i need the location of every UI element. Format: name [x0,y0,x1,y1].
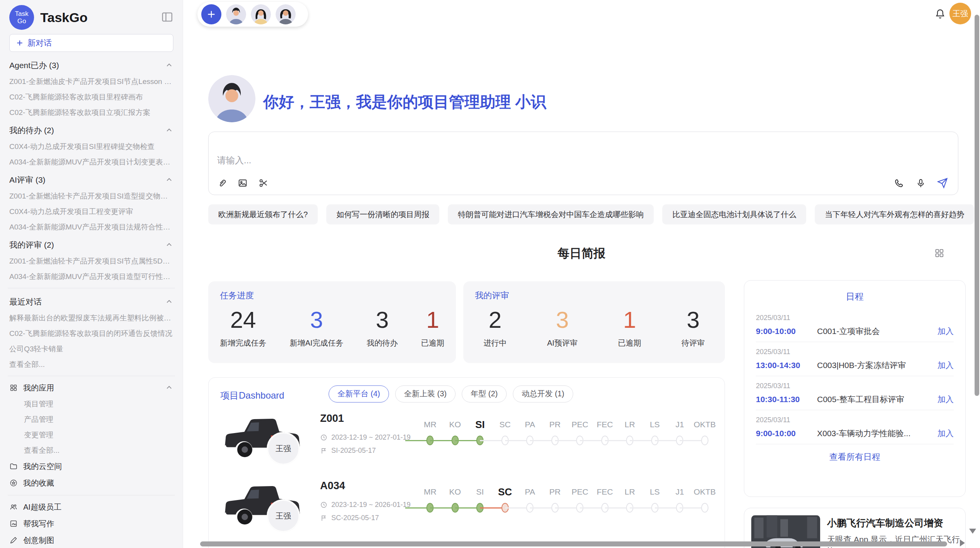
tab-powertrain[interactable]: 动总开发 (1) [513,385,573,402]
divider [8,376,175,376]
project-row[interactable]: 王强 A034 2023-12-19 ~ 2026-01-19 SC-2025-… [209,476,725,543]
microphone-icon[interactable] [915,178,926,188]
clock-icon [320,434,327,441]
event-date: 2025/03/11 [756,382,954,390]
chevron-up-icon[interactable] [165,384,173,392]
stat-in-progress: 2 进行中 [483,307,507,348]
daily-briefing-title: 每日简报 [183,245,980,262]
sidebar-item-write-helper[interactable]: 帮我写作 [9,519,173,529]
project-dates: 2023-12-19 ~ 2027-01-19 [320,433,411,442]
chevron-up-icon[interactable] [165,298,173,306]
notification-bell-icon[interactable] [934,8,946,20]
sidebar-item-ai-employee[interactable]: AI超级员工 [9,502,173,512]
suggestion-chip[interactable]: 如何写一份清晰的项目周报 [326,204,439,224]
section-my-review[interactable]: 我的评审 (2) [9,240,173,250]
section-agent-done[interactable]: Agent已办 (3) [9,60,173,70]
join-link[interactable]: 加入 [937,326,954,337]
view-all-schedule-link[interactable]: 查看所有日程 [756,444,954,463]
image-icon[interactable] [237,178,248,188]
join-link[interactable]: 加入 [937,394,954,405]
input-send-tools [894,178,948,188]
milestone-FEC: FEC [593,485,618,516]
phone-icon[interactable] [894,178,905,188]
new-chat-label: 新对话 [27,38,52,48]
schedule-card: 日程 2025/03/11 9:00-10:00 C001-立项审批会 加入 2… [744,280,966,497]
chevron-up-icon[interactable] [165,241,173,249]
vertical-scrollbar[interactable] [975,15,979,396]
sidebar-item-cloud-space[interactable]: 我的云空间 [9,461,173,471]
view-all-apps[interactable]: 查看全部... [9,445,173,455]
send-icon[interactable] [937,178,948,188]
assistant-avatar [208,75,255,122]
join-link[interactable]: 加入 [937,360,954,371]
agent-avatar-bar [197,2,308,27]
sidebar-item-favorites[interactable]: 我的收藏 [9,478,173,488]
sidebar-item[interactable]: C0X4-动力总成开发项目工程变更评审 [9,207,173,216]
agent-avatar-3[interactable] [276,4,296,24]
suggestion-chip[interactable]: 当下年轻人对汽车外观有怎样的喜好趋势 [815,204,974,224]
owner-avatar: 王强 [267,432,300,465]
schedule-event: 2025/03/11 9:00-10:00 X003-车辆动力学性能验... 加… [756,410,954,444]
horizontal-scrollbar[interactable] [200,541,947,546]
divider [8,288,175,288]
project-row[interactable]: 王强 Z001 2023-12-19 ~ 2027-01-19 SI-2025-… [209,409,725,476]
scroll-right-arrow[interactable] [960,539,965,546]
chevron-up-icon[interactable] [165,126,173,135]
sidebar-item[interactable]: Z001-全新燃油皮卡产品开发项目SI节点Lesson Learn报告 [9,77,173,86]
sidebar-item[interactable]: C02-飞腾新能源轻客改款项目立项汇报方案 [9,108,173,117]
sidebar-item[interactable]: C02-飞腾新能源轻客改款项目的闭环通告反馈情况 [9,329,173,338]
suggestion-chip[interactable]: 欧洲新规最近颁布了什么? [208,204,318,224]
sidebar-item[interactable]: C0X4-动力总成开发项目SI里程碑提交物检查 [9,142,173,151]
new-chat-button[interactable]: 新对话 [9,34,173,52]
chat-input[interactable]: 请输入... [208,132,958,195]
sidebar-item[interactable]: 解释最新出台的欧盟报废车法规再生塑料比例被调至15%... [9,313,173,322]
agent-avatar-2[interactable] [251,4,271,24]
layout-grid-icon[interactable] [934,248,945,259]
chevron-up-icon[interactable] [165,176,173,184]
sidebar-item-project-mgmt[interactable]: 项目管理 [9,399,173,408]
taskgo-logo: Task Go [9,5,34,30]
add-agent-button[interactable] [201,4,221,24]
paperclip-icon[interactable] [216,178,227,188]
user-avatar[interactable]: 王强 [949,3,971,24]
schedule-event: 2025/03/11 13:00-14:30 C003|H0B-方案冻结评审 加… [756,342,954,376]
milestone-J1: J1 [667,485,692,516]
sidebar-item-creative-draw[interactable]: 创意制图 [9,535,173,545]
milestone-SC: SC [493,417,518,449]
project-dashboard-card: 项目Dashboard 全新平台 (4) 全新上装 (3) 年型 (2) 动总开… [208,377,725,548]
clock-icon [320,501,327,509]
sidebar-item[interactable]: A034-全新新能源MUV产品开发项目法规符合性评审 [9,222,173,231]
sidebar-item-product-mgmt[interactable]: 产品管理 [9,414,173,424]
plus-icon [206,9,216,19]
sidebar-item[interactable]: 公司Q3轻卡销量 [9,344,173,353]
sidebar-item[interactable]: A034-全新新能源MUV产品开发项目造型可行性评审 [9,272,173,281]
milestone-J1: J1 [667,417,692,449]
sidebar-item-change-mgmt[interactable]: 变更管理 [9,430,173,439]
agent-avatar-1[interactable] [226,4,246,24]
section-my-todo[interactable]: 我的待办 (2) [9,125,173,135]
sidebar-item-my-apps[interactable]: 我的应用 [9,383,173,393]
sidebar-item[interactable]: Z001-全新燃油轻卡产品开发项目SI节点属性5D文件评审 [9,256,173,265]
chevron-up-icon[interactable] [165,61,173,70]
sidebar-item[interactable]: A034-全新新能源MUV产品开发项目计划变更表编写 [9,157,173,166]
dashboard-tabs: 全新平台 (4) 全新上装 (3) 年型 (2) 动总开发 (1) [329,385,573,402]
suggestion-chip[interactable]: 比亚迪全固态电池计划具体说了什么 [662,204,806,224]
sidebar-collapse-icon[interactable] [161,11,173,23]
scroll-down-arrow[interactable] [969,529,976,534]
tab-new-body[interactable]: 全新上装 (3) [395,385,456,402]
logo-text-bottom: Go [17,17,26,25]
stat-overdue: 1 已逾期 [618,307,641,348]
view-all-chats[interactable]: 查看全部... [9,360,173,369]
scissors-icon[interactable] [258,178,269,188]
suggestion-chip[interactable]: 特朗普可能对进口汽车增税会对中国车企造成哪些影响 [448,204,654,224]
tab-model-year[interactable]: 年型 (2) [462,385,507,402]
sidebar-item[interactable]: Z001-全新燃油轻卡产品开发项目SI造型提交物评审 [9,191,173,200]
section-ai-review[interactable]: AI评审 (3) [9,175,173,185]
tab-new-platform[interactable]: 全新平台 (4) [329,385,389,402]
schedule-list: 2025/03/11 9:00-10:00 C001-立项审批会 加入 2025… [756,308,954,444]
stat-my-todo: 3 我的待办 [367,307,398,348]
picture-icon [9,519,18,528]
sidebar-item[interactable]: C02-飞腾新能源轻客改款项目里程碑画布 [9,92,173,101]
section-recent-chats[interactable]: 最近对话 [9,297,173,307]
join-link[interactable]: 加入 [937,428,954,439]
